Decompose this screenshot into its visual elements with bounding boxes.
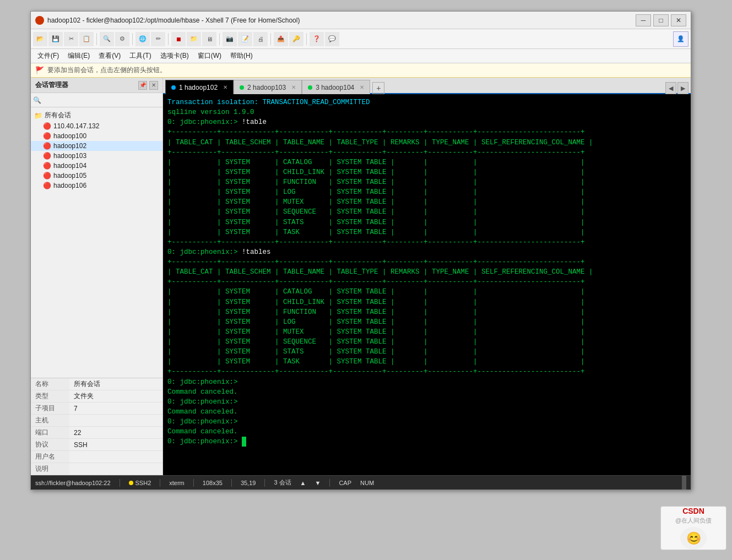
window-title: hadoop102 - fickler@hadoop102:/opt/modul…	[47, 17, 636, 24]
save-button[interactable]: 💾	[48, 32, 63, 46]
cut-button[interactable]: ✂	[64, 32, 78, 46]
tree-root[interactable]: 📁 所有会话	[31, 110, 162, 121]
menu-tools[interactable]: 工具(T)	[125, 50, 155, 62]
term-table1-header: | TABLE_CAT | TABLE_SCHEM | TABLE_NAME |…	[167, 138, 686, 148]
menu-edit[interactable]: 编辑(E)	[63, 50, 94, 62]
key-button[interactable]: 🔑	[289, 32, 303, 46]
status-position: 35,19	[241, 480, 256, 486]
csdn-watermark: CSDN @在人间负债 😊	[660, 506, 726, 550]
menu-file[interactable]: 文件(F)	[33, 50, 63, 62]
tree-item-1[interactable]: 🔴 hadoop100	[31, 131, 162, 141]
host-icon-4: 🔴	[43, 162, 51, 170]
status-edge	[682, 476, 686, 490]
terminal-output[interactable]: Transaction isolation: TRANSACTION_READ_…	[163, 94, 691, 475]
app-icon	[35, 16, 44, 25]
find-button[interactable]: 🔍	[100, 32, 114, 46]
print-button[interactable]: 🖨	[253, 32, 268, 46]
tab-close-1[interactable]: ✕	[223, 84, 227, 90]
prop-key: 协议	[31, 439, 69, 451]
tab-1[interactable]: 1 hadoop102 ✕	[165, 80, 234, 94]
tab-close-2[interactable]: ✕	[291, 84, 296, 90]
folder-icon: 📁	[34, 112, 42, 119]
sidebar-close-button[interactable]: ✕	[149, 81, 158, 90]
term-t2-r5: | | SYSTEM | MUTEX | SYSTEM TABLE | | | …	[167, 327, 686, 337]
tab-dot-2	[240, 85, 244, 90]
tab-2[interactable]: 2 hadoop103 ✕	[234, 80, 302, 94]
camera-button[interactable]: 📷	[223, 32, 237, 46]
term-line-prompt2: 0: jdbc:phoenix:>	[167, 397, 686, 407]
term-t2-r1: | | SYSTEM | CATALOG | SYSTEM TABLE | | …	[167, 287, 686, 297]
tab-3[interactable]: 3 hadoop104 ✕	[302, 80, 370, 94]
log-button[interactable]: 📝	[238, 32, 252, 46]
toolbar-separator-4	[219, 33, 220, 45]
settings-button[interactable]: ⚙	[115, 32, 129, 46]
props-row: 名称所有会话	[31, 378, 162, 390]
term-t2-r6: | | SYSTEM | SEQUENCE | SYSTEM TABLE | |…	[167, 337, 686, 347]
status-sessions-down[interactable]: ▼	[315, 480, 321, 486]
term-t2-r7: | | SYSTEM | STATS | SYSTEM TABLE | | | …	[167, 347, 686, 357]
notif-text: 要添加当前会话，点击左侧的箭头按钮。	[47, 66, 166, 75]
help-button[interactable]: ❓	[310, 32, 324, 46]
edit-button[interactable]: ✏	[151, 32, 165, 46]
menu-help[interactable]: 帮助(H)	[226, 50, 257, 62]
term-table2-sep-bot: +-----------+-------------+------------+…	[167, 367, 686, 377]
tab-bar: 1 hadoop102 ✕ 2 hadoop103 ✕ 3 hadoop104 …	[163, 78, 691, 94]
status-sep-4	[231, 479, 232, 487]
tree-item-0[interactable]: 🔴 110.40.147.132	[31, 121, 162, 131]
search-icon: 🔍	[33, 96, 41, 104]
host-icon-2: 🔴	[43, 142, 51, 150]
tree-item-3[interactable]: 🔴 hadoop103	[31, 151, 162, 161]
term-t1-r7: | | SYSTEM | STATS | SYSTEM TABLE | | | …	[167, 218, 686, 227]
main-area: 会话管理器 📌 ✕ 🔍 📁 所有会话 🔴 110.40.147.132	[31, 78, 691, 475]
tab-nav: ◀ ▶	[665, 82, 688, 94]
tree-item-6[interactable]: 🔴 hadoop106	[31, 181, 162, 191]
properties-table: 名称所有会话类型文件夹子项目7主机端口22协议SSH用户名说明	[31, 378, 162, 475]
tab-prev-button[interactable]: ◀	[665, 82, 676, 94]
tree-item-label-4: hadoop104	[53, 162, 86, 170]
monitor-button[interactable]: 🖥	[202, 32, 216, 46]
prop-value: 所有会话	[69, 378, 162, 390]
new-session-button[interactable]: 📂	[33, 32, 47, 46]
add-tab-button[interactable]: +	[372, 82, 384, 94]
sidebar: 会话管理器 📌 ✕ 🔍 📁 所有会话 🔴 110.40.147.132	[31, 78, 163, 475]
menu-window[interactable]: 窗口(W)	[193, 50, 226, 62]
tab-close-3[interactable]: ✕	[360, 84, 364, 90]
prop-key: 主机	[31, 415, 69, 427]
prop-key: 说明	[31, 463, 69, 475]
toolbar-separator-2	[132, 33, 133, 45]
menu-tabs[interactable]: 选项卡(B)	[156, 50, 193, 62]
tab-next-button[interactable]: ▶	[677, 82, 688, 94]
term-t1-r3: | | SYSTEM | FUNCTION | SYSTEM TABLE | |…	[167, 177, 686, 187]
status-sessions-up[interactable]: ▲	[300, 480, 306, 486]
term-line-version: sqlline version 1.9.0	[167, 107, 686, 117]
toolbar: 📂 💾 ✂ 📋 🔍 ⚙ 🌐 ✏ ⏹ 📁 🖥 📷 📝 🖨 📤 🔑 ❓ 💬 👤	[31, 29, 691, 49]
copy-button[interactable]: 📋	[79, 32, 94, 46]
term-cancel2: Command canceled.	[167, 407, 686, 417]
prop-value: 7	[69, 403, 162, 415]
connect-button[interactable]: 🌐	[135, 32, 150, 46]
sidebar-tree: 📁 所有会话 🔴 110.40.147.132 🔴 hadoop100 🔴 ha…	[31, 107, 162, 378]
stop-button[interactable]: ⏹	[171, 32, 186, 46]
tree-item-5[interactable]: 🔴 hadoop105	[31, 171, 162, 181]
user-button[interactable]: 👤	[673, 31, 688, 47]
sidebar-title: 会话管理器	[35, 80, 68, 90]
tab-dot-3	[308, 85, 312, 90]
transfer-button[interactable]: 📤	[274, 32, 288, 46]
tree-item-2[interactable]: 🔴 hadoop102	[31, 141, 162, 151]
maximize-button[interactable]: □	[653, 14, 669, 26]
close-button[interactable]: ✕	[671, 14, 686, 26]
tree-item-4[interactable]: 🔴 hadoop104	[31, 161, 162, 171]
tree-item-label-2: hadoop102	[53, 142, 86, 150]
sidebar-pin-button[interactable]: 📌	[138, 81, 147, 90]
props-row: 协议SSH	[31, 439, 162, 451]
prop-value: SSH	[69, 439, 162, 451]
properties-panel: 名称所有会话类型文件夹子项目7主机端口22协议SSH用户名说明	[31, 378, 162, 475]
folder-button[interactable]: 📁	[187, 32, 201, 46]
notification-bar: 🚩 要添加当前会话，点击左侧的箭头按钮。	[31, 63, 691, 78]
minimize-button[interactable]: ─	[636, 14, 651, 26]
props-row: 主机	[31, 415, 162, 427]
menu-view[interactable]: 查看(V)	[94, 50, 125, 62]
status-sep-2	[160, 479, 160, 487]
chat-button[interactable]: 💬	[325, 32, 339, 46]
prop-key: 子项目	[31, 403, 69, 415]
